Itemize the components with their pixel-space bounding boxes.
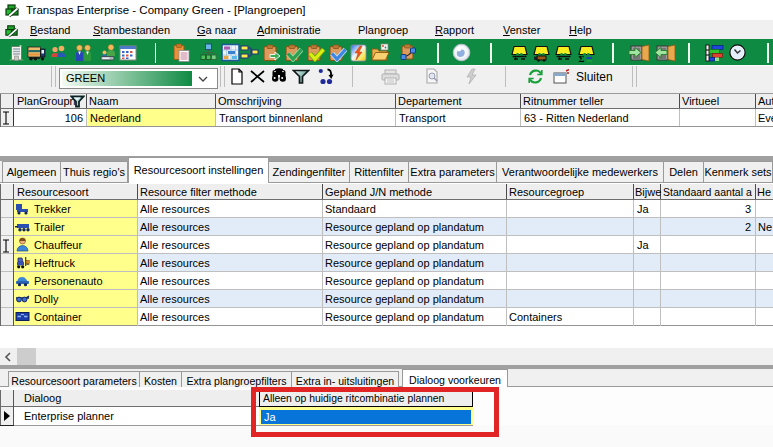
svg-text:Σ: Σ [579, 54, 585, 64]
